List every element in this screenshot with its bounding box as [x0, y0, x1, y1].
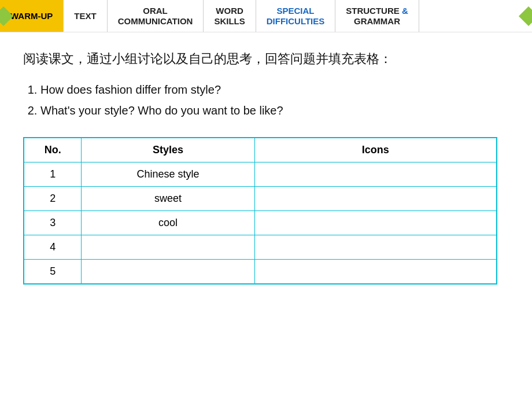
table-row: 2sweet — [24, 187, 497, 211]
cell-style — [82, 235, 254, 260]
cell-no: 1 — [24, 162, 82, 187]
nav-item-oral-communication[interactable]: ORALCOMMUNICATION — [108, 0, 204, 32]
cell-style: sweet — [82, 187, 254, 211]
cell-no: 4 — [24, 235, 82, 260]
table-header-row: No. Styles Icons — [24, 138, 497, 162]
questions-list: How does fashion differ from style? What… — [23, 79, 509, 121]
nav-item-word-skills[interactable]: WORDSKILLS — [204, 0, 256, 32]
cell-icon — [254, 235, 497, 260]
header-no: No. — [24, 138, 82, 162]
table-row: 1Chinese style — [24, 162, 497, 187]
question-1: How does fashion differ from style? — [40, 79, 509, 100]
table-row: 4 — [24, 235, 497, 260]
table-row: 5 — [24, 260, 497, 285]
cell-icon — [254, 187, 497, 211]
cell-style: cool — [82, 211, 254, 235]
cell-icon — [254, 162, 497, 187]
header-icons: Icons — [254, 138, 497, 162]
header-styles: Styles — [82, 138, 254, 162]
cell-style — [82, 260, 254, 285]
main-content: 阅读课文，通过小组讨论以及自己的思考，回答问题并填充表格： How does f… — [0, 32, 532, 296]
cell-icon — [254, 211, 497, 235]
diamond-right-icon — [519, 6, 532, 26]
table-row: 3cool — [24, 211, 497, 235]
intro-text: 阅读课文，通过小组讨论以及自己的思考，回答问题并填充表格： — [23, 49, 509, 69]
question-2: What's your style? Who do you want to be… — [40, 100, 509, 121]
cell-style: Chinese style — [82, 162, 254, 187]
nav-item-special-difficulties[interactable]: SPECIALDIFFICULTIES — [256, 0, 336, 32]
nav-item-text[interactable]: TEXT — [64, 0, 107, 32]
cell-no: 3 — [24, 211, 82, 235]
nav-item-structure-grammar[interactable]: STRUCTURE &GRAMMAR — [335, 0, 419, 32]
cell-icon — [254, 260, 497, 285]
cell-no: 5 — [24, 260, 82, 285]
top-navigation: WARM-UP TEXT ORALCOMMUNICATION WORDSKILL… — [0, 0, 532, 32]
cell-no: 2 — [24, 187, 82, 211]
style-table: No. Styles Icons 1Chinese style2sweet3co… — [23, 137, 497, 285]
